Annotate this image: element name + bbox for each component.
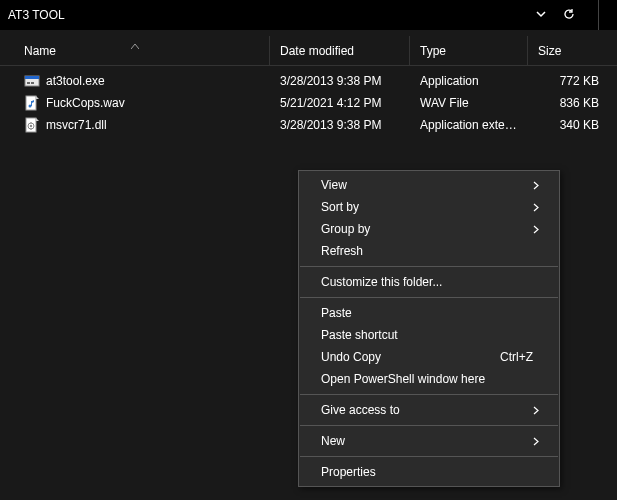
file-date: 3/28/2013 9:38 PM: [270, 74, 410, 88]
menu-separator: [300, 425, 558, 426]
menu-label: New: [321, 434, 531, 448]
file-row[interactable]: at3tool.exe 3/28/2013 9:38 PM Applicatio…: [0, 70, 617, 92]
menu-label: Paste: [321, 306, 539, 320]
menu-label: Undo Copy: [321, 350, 500, 364]
column-size[interactable]: Size: [528, 36, 617, 65]
context-menu: View Sort by Group by Refresh Customize …: [298, 170, 560, 487]
menu-properties[interactable]: Properties: [299, 461, 559, 483]
file-row[interactable]: FuckCops.wav 5/21/2021 4:12 PM WAV File …: [0, 92, 617, 114]
menu-refresh[interactable]: Refresh: [299, 240, 559, 262]
menu-label: Sort by: [321, 200, 531, 214]
svg-rect-3: [31, 82, 34, 84]
file-size: 836 KB: [528, 96, 617, 110]
svg-point-9: [30, 125, 32, 127]
file-name: at3tool.exe: [46, 74, 105, 88]
column-type[interactable]: Type: [410, 36, 528, 65]
menu-paste[interactable]: Paste: [299, 302, 559, 324]
file-name: msvcr71.dll: [46, 118, 107, 132]
menu-label: Refresh: [321, 244, 539, 258]
file-size: 340 KB: [528, 118, 617, 132]
menu-group-by[interactable]: Group by: [299, 218, 559, 240]
menu-separator: [300, 394, 558, 395]
exe-icon: [24, 73, 40, 89]
menu-undo-copy[interactable]: Undo Copy Ctrl+Z: [299, 346, 559, 368]
file-size: 772 KB: [528, 74, 617, 88]
svg-rect-2: [27, 82, 30, 84]
chevron-right-icon: [531, 437, 539, 446]
menu-label: Give access to: [321, 403, 531, 417]
file-row[interactable]: msvcr71.dll 3/28/2013 9:38 PM Applicatio…: [0, 114, 617, 136]
svg-rect-6: [31, 101, 32, 106]
menu-label: Properties: [321, 465, 539, 479]
column-type-label: Type: [420, 44, 446, 58]
menu-separator: [300, 266, 558, 267]
file-date: 5/21/2021 4:12 PM: [270, 96, 410, 110]
svg-rect-11: [31, 129, 32, 131]
menu-open-powershell[interactable]: Open PowerShell window here: [299, 368, 559, 390]
dll-icon: [24, 117, 40, 133]
column-name[interactable]: Name: [0, 36, 270, 65]
column-date[interactable]: Date modified: [270, 36, 410, 65]
title-controls: [536, 0, 609, 30]
sort-arrow-icon: [131, 38, 139, 52]
window-title: AT3 TOOL: [8, 8, 65, 22]
menu-label: Customize this folder...: [321, 275, 539, 289]
column-date-label: Date modified: [280, 44, 354, 58]
menu-give-access-to[interactable]: Give access to: [299, 399, 559, 421]
chevron-right-icon: [531, 181, 539, 190]
svg-rect-1: [25, 76, 39, 79]
wav-icon: [24, 95, 40, 111]
column-headers: Name Date modified Type Size: [0, 36, 617, 66]
menu-separator: [300, 456, 558, 457]
svg-rect-10: [31, 122, 32, 124]
menu-label: View: [321, 178, 531, 192]
menu-shortcut: Ctrl+Z: [500, 350, 533, 364]
menu-separator: [300, 297, 558, 298]
chevron-right-icon: [531, 203, 539, 212]
file-type: WAV File: [410, 96, 528, 110]
menu-customize-folder[interactable]: Customize this folder...: [299, 271, 559, 293]
column-size-label: Size: [538, 44, 561, 58]
menu-view[interactable]: View: [299, 174, 559, 196]
file-name: FuckCops.wav: [46, 96, 125, 110]
menu-paste-shortcut[interactable]: Paste shortcut: [299, 324, 559, 346]
file-type: Application: [410, 74, 528, 88]
menu-new[interactable]: New: [299, 430, 559, 452]
titlebar: AT3 TOOL: [0, 0, 617, 30]
menu-sort-by[interactable]: Sort by: [299, 196, 559, 218]
file-type: Application exten...: [410, 118, 528, 132]
chevron-right-icon: [531, 225, 539, 234]
file-list: at3tool.exe 3/28/2013 9:38 PM Applicatio…: [0, 70, 617, 136]
separator: [598, 0, 599, 30]
menu-label: Paste shortcut: [321, 328, 539, 342]
menu-label: Group by: [321, 222, 531, 236]
chevron-right-icon: [531, 406, 539, 415]
menu-label: Open PowerShell window here: [321, 372, 539, 386]
column-name-label: Name: [24, 44, 56, 58]
chevron-down-icon[interactable]: [536, 8, 546, 22]
refresh-icon[interactable]: [562, 7, 576, 24]
file-date: 3/28/2013 9:38 PM: [270, 118, 410, 132]
